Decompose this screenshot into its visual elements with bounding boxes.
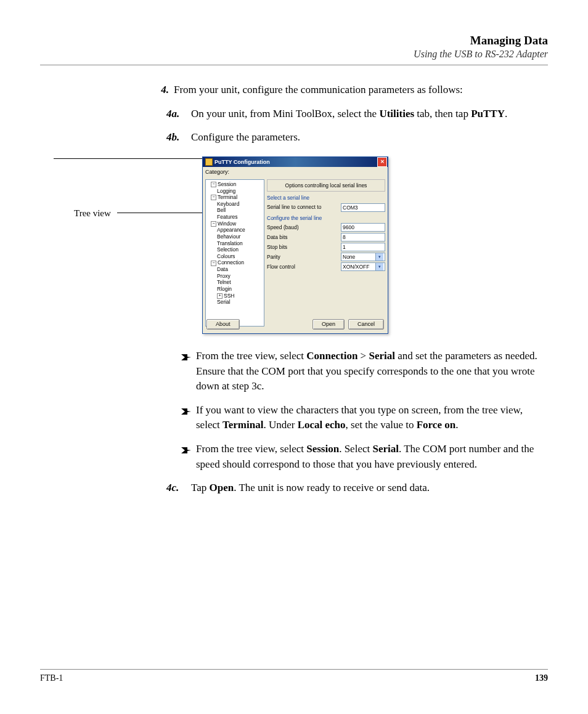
speed-input[interactable] <box>341 223 385 232</box>
footer-left: FTB-1 <box>40 673 63 683</box>
tree-view[interactable]: −Session Logging −Terminal Keyboard Bell… <box>205 179 264 327</box>
substep-number: 4a. <box>166 107 191 122</box>
putty-window: PuTTY Configuration ✕ Category: −Session… <box>202 156 388 334</box>
content-body: 4. From your unit, configure the communi… <box>148 83 548 496</box>
putty-icon <box>205 158 213 166</box>
group-configure-serial: Configure the serial line <box>267 214 385 222</box>
cancel-button[interactable]: Cancel <box>348 319 384 330</box>
databits-label: Data bits <box>267 233 288 241</box>
bullet-arrow-icon <box>181 349 196 394</box>
serial-line-label: Serial line to connect to <box>267 203 321 211</box>
stopbits-input[interactable] <box>341 243 385 251</box>
panel-title: Options controlling local serial lines <box>267 179 385 192</box>
flow-select[interactable]: XON/XOFF▾ <box>341 262 385 271</box>
step-4b: 4b. Configure the parameters. <box>166 130 548 145</box>
header-subtitle: Using the USB to RS-232 Adapter <box>40 49 548 60</box>
step-text: From your unit, configure the communicat… <box>174 83 463 98</box>
substep-number: 4b. <box>166 130 191 145</box>
parity-select[interactable]: None▾ <box>341 253 385 261</box>
substep-text: Configure the parameters. <box>191 130 300 145</box>
header-title: Managing Data <box>40 34 548 47</box>
bullet-text: From the tree view, select Session. Sele… <box>196 442 548 472</box>
bullet-item: If you want to view the characters that … <box>181 403 548 433</box>
svg-marker-2 <box>181 447 191 453</box>
serial-line-input[interactable] <box>341 203 385 212</box>
bullet-list: From the tree view, select Connection > … <box>181 349 548 472</box>
step-4a: 4a. On your unit, from Mini ToolBox, sel… <box>166 107 548 122</box>
chevron-down-icon: ▾ <box>375 263 383 270</box>
bullet-arrow-icon <box>181 403 196 433</box>
bullet-item: From the tree view, select Connection > … <box>181 349 548 394</box>
flow-label: Flow control <box>267 263 295 270</box>
callout-line <box>54 158 202 159</box>
putty-titlebar: PuTTY Configuration ✕ <box>203 157 388 167</box>
category-label: Category: <box>205 168 388 176</box>
group-select-serial: Select a serial line <box>267 194 385 201</box>
putty-title: PuTTY Configuration <box>214 157 270 167</box>
about-button[interactable]: About <box>206 319 240 330</box>
page-header: Managing Data Using the USB to RS-232 Ad… <box>40 34 548 65</box>
figure-putty: Tree view PuTTY Configuration ✕ Category… <box>148 156 548 335</box>
bullet-text: From the tree view, select Connection > … <box>196 349 548 394</box>
bullet-arrow-icon <box>181 442 196 472</box>
step-4: 4. From your unit, configure the communi… <box>148 83 548 98</box>
page-number: 139 <box>535 673 548 683</box>
bullet-item: From the tree view, select Session. Sele… <box>181 442 548 472</box>
settings-panel: Options controlling local serial lines S… <box>267 179 385 327</box>
substep-number: 4c. <box>166 481 191 496</box>
databits-input[interactable] <box>341 233 385 241</box>
callout-label: Tree view <box>74 207 111 221</box>
close-button[interactable]: ✕ <box>377 157 387 167</box>
open-button[interactable]: Open <box>312 319 345 330</box>
callout-line <box>117 213 203 213</box>
page-footer: FTB-1 139 <box>40 669 548 683</box>
svg-marker-1 <box>181 408 191 415</box>
substep-text: Tap Open. The unit is now ready to recei… <box>191 481 430 496</box>
speed-label: Speed (baud) <box>267 224 299 231</box>
step-4c: 4c. Tap Open. The unit is now ready to r… <box>166 481 548 496</box>
substep-text: On your unit, from Mini ToolBox, select … <box>191 107 507 122</box>
chevron-down-icon: ▾ <box>375 253 383 261</box>
stopbits-label: Stop bits <box>267 243 287 251</box>
svg-marker-0 <box>181 354 191 360</box>
bullet-text: If you want to view the characters that … <box>196 403 548 433</box>
parity-label: Parity <box>267 253 280 261</box>
step-number: 4. <box>148 83 174 98</box>
